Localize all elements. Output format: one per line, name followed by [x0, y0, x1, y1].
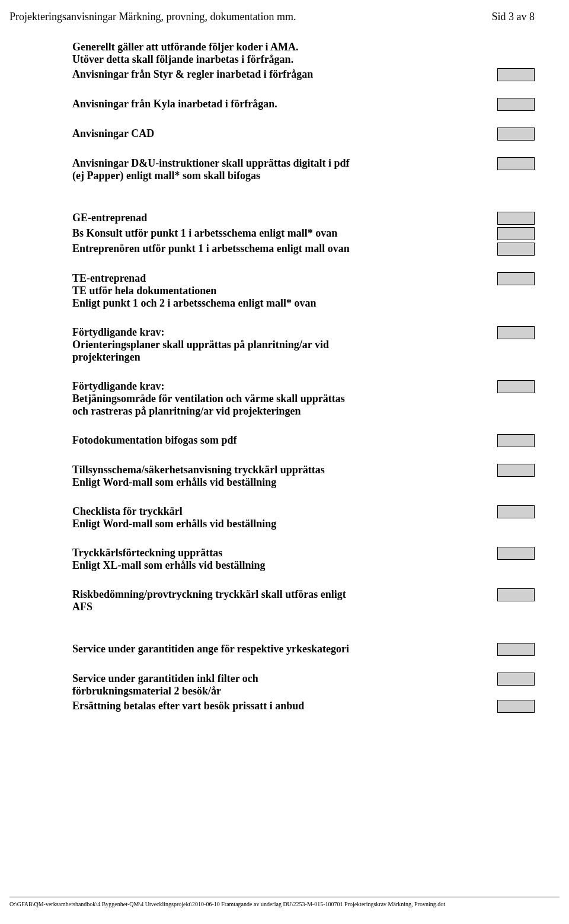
checkbox-entreprenoren[interactable]	[497, 243, 535, 256]
item-service-garantitiden: Service under garantitiden ange för resp…	[72, 643, 493, 655]
checkbox-fortydligande-1[interactable]	[497, 326, 535, 339]
intro-line-2: Utöver detta skall följande inarbetas i …	[72, 53, 535, 66]
checkbox-tryckkarlsforteckning[interactable]	[497, 547, 535, 560]
item-tryckkarlsforteckning-l1: Tryckkärlsförteckning upprättas	[72, 547, 484, 559]
item-service-filter-l1: Service under garantitiden inkl filter o…	[72, 673, 484, 685]
item-fortydligande-1-l1: Orienteringsplaner skall upprättas på pl…	[72, 339, 484, 351]
item-anvisningar-du-l1: Anvisningar D&U-instruktioner skall uppr…	[72, 157, 484, 170]
item-fortydligande-2-head: Förtydligande krav:	[72, 380, 484, 393]
item-service-filter-l2: förbrukningsmaterial 2 besök/år	[72, 685, 484, 697]
checkbox-anvisningar-cad[interactable]	[497, 128, 535, 141]
item-anvisningar-kyla: Anvisningar från Kyla inarbetad i förfrå…	[72, 98, 493, 110]
checkbox-anvisningar-du[interactable]	[497, 157, 535, 170]
item-te-entreprenad: TE-entreprenad	[72, 272, 484, 285]
checkbox-fortydligande-2[interactable]	[497, 380, 535, 393]
checkbox-fotodokumentation[interactable]	[497, 434, 535, 447]
item-anvisningar-du-l2: (ej Papper) enligt mall* som skall bifog…	[72, 170, 484, 182]
item-tillsynsschema-l1: Tillsynsschema/säkerhetsanvisning tryckk…	[72, 464, 484, 476]
page-header: Projekteringsanvisningar Märkning, provn…	[0, 0, 569, 23]
item-fotodokumentation: Fotodokumentation bifogas som pdf	[72, 434, 493, 447]
page-footer: O:\GFAB\QM-verksamhetshandbok\4 Byggenhe…	[9, 897, 560, 907]
checkbox-ge-entreprenad[interactable]	[497, 212, 535, 225]
checkbox-anvisningar-kyla[interactable]	[497, 98, 535, 111]
checkbox-checklista[interactable]	[497, 505, 535, 518]
item-checklista-l2: Enligt Word-mall som erhålls vid beställ…	[72, 518, 484, 530]
item-entreprenoren: Entreprenören utför punkt 1 i arbetssche…	[72, 243, 493, 255]
item-anvisningar-cad: Anvisningar CAD	[72, 128, 493, 140]
item-tryckkarlsforteckning-l2: Enligt XL-mall som erhålls vid beställni…	[72, 559, 484, 572]
checkbox-bs-konsult[interactable]	[497, 227, 535, 240]
checkbox-anvisningar-styr[interactable]	[497, 68, 535, 81]
content-body: Generellt gäller att utförande följer ko…	[0, 23, 569, 713]
checkbox-riskbedomning[interactable]	[497, 588, 535, 601]
item-fortydligande-2-l1: Betjäningsområde för ventilation och vär…	[72, 393, 484, 405]
checkbox-te-entreprenad[interactable]	[497, 272, 535, 285]
header-title: Projekteringsanvisningar Märkning, provn…	[9, 11, 296, 23]
item-fortydligande-2-l2: och rastreras på planritning/ar vid proj…	[72, 405, 484, 418]
item-ersattning: Ersättning betalas efter vart besök pris…	[72, 700, 493, 712]
item-te-utfor: TE utför hela dokumentationen	[72, 285, 484, 297]
item-checklista-l1: Checklista för tryckkärl	[72, 505, 484, 518]
item-riskbedomning-l2: AFS	[72, 601, 484, 613]
item-ge-entreprenad: GE-entreprenad	[72, 212, 493, 224]
checkbox-service-garantitiden[interactable]	[497, 643, 535, 656]
checkbox-ersattning[interactable]	[497, 700, 535, 713]
item-tillsynsschema-l2: Enligt Word-mall som erhålls vid beställ…	[72, 476, 484, 489]
item-te-enligt: Enligt punkt 1 och 2 i arbetsschema enli…	[72, 297, 484, 310]
item-fortydligande-1-head: Förtydligande krav:	[72, 326, 484, 339]
item-fortydligande-1-l2: projekteringen	[72, 351, 484, 364]
item-riskbedomning-l1: Riskbedömning/provtryckning tryckkärl sk…	[72, 588, 484, 601]
item-anvisningar-styr: Anvisningar från Styr & regler inarbetad…	[72, 68, 493, 81]
checkbox-service-filter[interactable]	[497, 673, 535, 686]
checkbox-tillsynsschema[interactable]	[497, 464, 535, 477]
item-bs-konsult: Bs Konsult utför punkt 1 i arbetsschema …	[72, 227, 493, 240]
header-page-number: Sid 3 av 8	[491, 11, 535, 23]
intro-line-1: Generellt gäller att utförande följer ko…	[72, 41, 535, 53]
